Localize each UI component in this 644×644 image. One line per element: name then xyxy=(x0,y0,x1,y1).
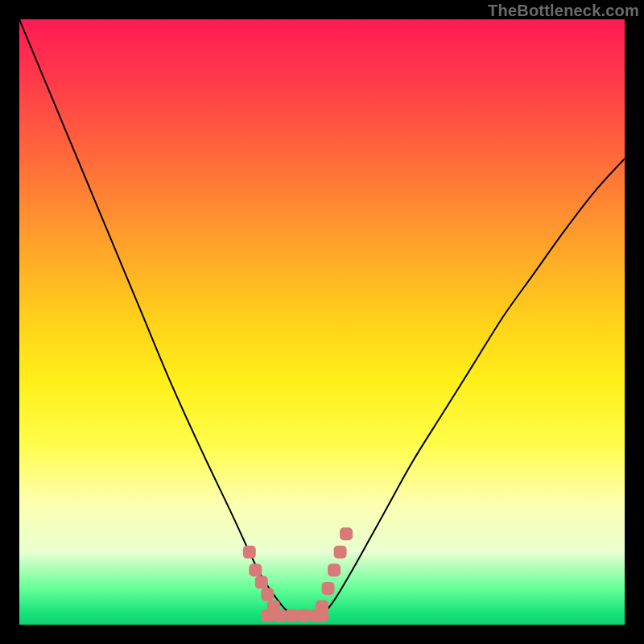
valley-marker xyxy=(316,600,328,613)
valley-markers xyxy=(243,527,353,622)
curves-svg xyxy=(19,19,625,625)
watermark-text: TheBottleneck.com xyxy=(488,2,639,20)
chart-frame: TheBottleneck.com xyxy=(0,0,644,644)
plot-area xyxy=(19,19,625,625)
left-curve xyxy=(19,19,298,616)
valley-marker xyxy=(297,609,310,622)
right-curve xyxy=(322,159,625,616)
valley-marker xyxy=(255,576,268,588)
valley-marker xyxy=(273,609,286,622)
valley-marker xyxy=(261,609,274,622)
valley-marker xyxy=(243,546,256,559)
valley-marker xyxy=(285,609,298,622)
valley-marker xyxy=(334,546,347,559)
valley-marker xyxy=(328,564,341,576)
valley-marker xyxy=(322,582,335,595)
valley-marker xyxy=(261,588,274,601)
valley-marker xyxy=(340,527,353,540)
valley-marker xyxy=(249,564,262,576)
